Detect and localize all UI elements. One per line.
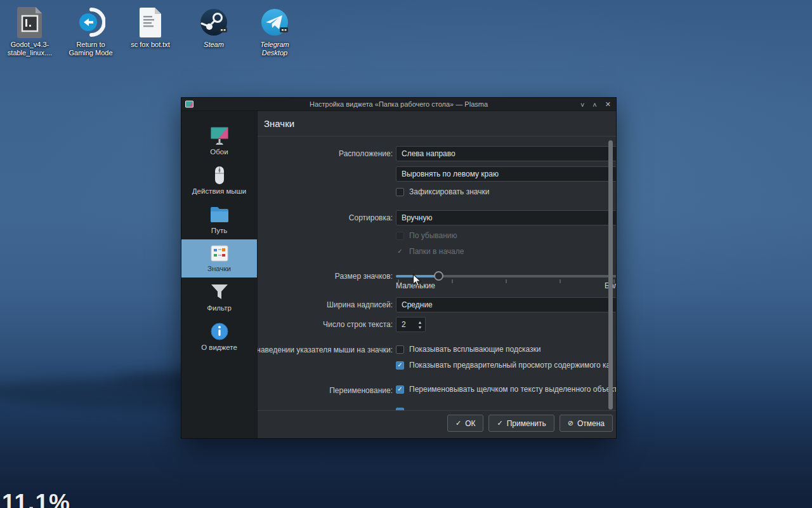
spinbox-value: 2 [396,320,415,329]
telegram-icon [240,5,310,39]
alignment-value: Выровнять по левому краю [402,170,499,178]
icons-grid-icon [209,244,230,263]
previews-label: Показывать предварительный просмотр соде… [409,361,610,370]
label-width-label: Ширина надписей: [258,297,393,312]
sidebar-item-label: Обои [210,148,228,156]
desktop-icon-godot[interactable]: Godot_v4.3-stable_linux.... [0,5,65,57]
icon-label: Desktop [240,49,310,57]
icon-size-slider[interactable] [396,271,616,281]
sidebar-item-wallpaper[interactable]: Обои [181,121,257,161]
checkbox-disabled-unchecked [396,232,404,240]
lock-icons-label: Зафиксировать значки [409,187,489,196]
desktop-icon-text-file[interactable]: sc fox bot.txt [115,5,185,49]
icon-label: sc fox bot.txt [115,41,185,49]
mouse-cursor [412,274,422,287]
slider-tick [560,279,561,283]
text-lines-spinbox[interactable]: 2 ▲ ▼ [396,317,426,332]
vertical-scrollbar[interactable] [608,140,613,410]
icon-label: Godot_v4.3- [0,41,65,49]
descending-label: По убыванию [409,231,457,240]
sidebar-item-about[interactable]: О виджете [181,317,257,356]
mouse-icon [209,165,230,185]
sidebar-item-label: О виджете [201,344,237,351]
slider-handle[interactable] [434,271,443,281]
desktop-icon-steam[interactable]: Steam [179,5,249,49]
settings-window: Настройка виджета «Папка рабочего стола»… [181,97,617,439]
label-width-combobox[interactable]: Средние [396,297,616,312]
sidebar-item-label: Значки [207,265,231,272]
sorting-combobox[interactable]: Вручную [396,210,616,225]
steam-icon [179,5,249,39]
folders-first-label: Папки в начале [409,247,464,256]
tooltips-label: Показывать всплывающие подсказки [409,345,541,354]
folder-icon [209,204,230,225]
sidebar-item-label: Фильтр [207,304,232,312]
sidebar-item-filter[interactable]: Фильтр [181,277,257,317]
wallpaper-icon [209,126,230,146]
text-lines-label: Число строк текста: [258,317,393,332]
icon-label: Steam [179,41,249,49]
arrangement-value: Слева направо [402,149,455,158]
checkbox-unchecked[interactable] [396,188,404,196]
rename-option-label: Переименовывать щелчком по тексту выделе… [409,385,616,394]
sidebar-item-icons[interactable]: Значки [181,239,257,277]
desktop-icon-telegram[interactable]: TelegramDesktop [240,5,310,57]
window-title: Настройка виджета «Папка рабочего стола»… [181,100,616,108]
arrangement-combobox[interactable]: Слева направо [396,146,616,161]
slider-tick [452,279,453,283]
sorting-value: Вручную [402,213,432,222]
folders-first-checkbox-row: ✓ Папки в начале [396,246,616,257]
header-separator [258,136,616,137]
lock-icons-checkbox-row[interactable]: Зафиксировать значки [396,187,616,197]
sidebar-item-path[interactable]: Путь [181,200,257,239]
tooltips-checkbox-row[interactable]: Показывать всплывающие подсказки [396,344,616,354]
spinbox-up-icon[interactable]: ▲ [418,320,422,324]
filter-icon [209,282,230,302]
sidebar-item-label: Путь [211,227,227,234]
checkbox-disabled-checked: ✓ [396,248,404,256]
close-button[interactable]: ✕ [605,100,611,109]
rename-label: Переименование: [258,383,393,398]
icon-label: stable_linux.... [0,49,65,57]
icon-size-label: Размер значков: [258,269,393,284]
arrangement-label: Расположение: [258,146,393,161]
check-icon: ✓ [497,419,502,427]
apply-button[interactable]: ✓ Применить [488,415,554,432]
icon-label: Telegram [240,41,310,49]
label-width-value: Средние [402,300,433,309]
sorting-label: Сортировка: [258,210,393,225]
rename-checkbox-row[interactable]: ✓ Переименовывать щелчком по тексту выде… [396,384,616,394]
minimize-button[interactable]: ˅ [580,101,584,109]
sidebar-item-mouse-actions[interactable]: Действия мыши [181,161,257,200]
info-icon [209,321,230,342]
slider-tick [506,279,507,283]
icon-label: Gaming Mode [56,49,126,57]
checkbox-unchecked[interactable] [396,345,404,354]
window-titlebar[interactable]: Настройка виджета «Папка рабочего стола»… [181,98,616,111]
settings-sidebar: Обои Действия мыши Путь [181,111,258,438]
previews-checkbox-row[interactable]: ✓ Показывать предварительный просмотр со… [396,360,616,370]
checkbox-checked[interactable]: ✓ [396,385,404,394]
checkbox-checked[interactable]: ✓ [396,361,404,370]
text-file-icon [115,5,185,39]
spinbox-down-icon[interactable]: ▼ [418,325,422,330]
check-icon: ✓ [455,419,461,427]
alignment-combobox[interactable]: Выровнять по левому краю [396,166,616,182]
cancel-button[interactable]: ⊘ Отмена [560,415,613,432]
sidebar-item-label: Действия мыши [192,187,246,195]
godot-archive-icon [0,5,65,39]
ok-button[interactable]: ✓ ОК [447,415,484,432]
hover-label: При наведении указателя мыши на значки: [258,342,393,358]
page-title: Значки [264,118,294,129]
descending-checkbox-row: По убыванию [396,231,616,241]
overlay-percentage: 11.1% [2,490,70,508]
cancel-icon: ⊘ [568,419,573,427]
dialog-footer: ✓ ОК ✓ Применить ⊘ Отмена [258,410,616,438]
maximize-button[interactable]: ˄ [593,101,596,109]
settings-content: Значки Расположение: Слева направо Выров… [258,111,616,438]
